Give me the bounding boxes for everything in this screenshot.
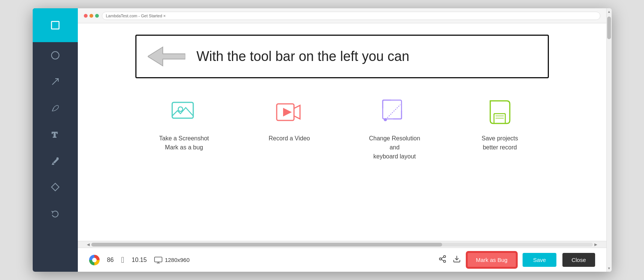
save-icon xyxy=(485,97,515,127)
feature-screenshot-label: Take a Screenshot Mark as a bug xyxy=(159,134,209,152)
close-button[interactable]: Close xyxy=(562,253,595,267)
apple-icon:  xyxy=(121,255,124,265)
svg-marker-7 xyxy=(148,47,185,66)
svg-rect-0 xyxy=(52,21,59,29)
features-row: Take a Screenshot Mark as a bug Record a xyxy=(117,97,568,161)
dot-red xyxy=(84,14,88,18)
feature-resolution-label: Change Resolution and keyboard layout xyxy=(365,134,425,161)
hero-box: With the tool bar on the left you can xyxy=(135,35,549,78)
feature-resolution: Change Resolution and keyboard layout xyxy=(365,97,425,161)
rectangle-tool[interactable] xyxy=(33,12,78,38)
svg-point-27 xyxy=(443,256,445,258)
svg-point-28 xyxy=(439,258,441,260)
h-scroll-track[interactable] xyxy=(91,243,593,247)
vertical-scrollbar[interactable]: ▲ ▼ xyxy=(606,8,612,272)
download-icon[interactable] xyxy=(453,255,461,265)
scroll-left-arrow[interactable]: ◀ xyxy=(85,242,91,247)
svg-rect-12 xyxy=(383,100,402,119)
circle-tool[interactable] xyxy=(33,42,78,68)
footer-info: 86  10.15 1280x960 xyxy=(89,255,431,265)
svg-marker-11 xyxy=(283,108,291,116)
hero-text: With the tool bar on the left you can xyxy=(197,49,409,64)
dot-green xyxy=(95,14,99,18)
browser-url-text: LambdaTest.com - Get Started × xyxy=(106,14,166,18)
os-version: 10.15 xyxy=(132,257,147,263)
svg-point-1 xyxy=(52,52,59,59)
modal-container: T xyxy=(33,8,612,272)
feature-screenshot: Take a Screenshot Mark as a bug xyxy=(154,97,214,152)
video-icon xyxy=(274,97,305,127)
browser-dots xyxy=(84,14,99,18)
svg-rect-24 xyxy=(155,257,162,262)
feature-save: Save projects better record xyxy=(470,97,530,152)
left-toolbar: T xyxy=(33,8,78,272)
monitor-info: 1280x960 xyxy=(154,257,189,263)
diamond-tool[interactable] xyxy=(33,174,78,200)
footer-bar: 86  10.15 1280x960 xyxy=(78,248,606,272)
bucket-tool[interactable] xyxy=(33,148,78,174)
v-scroll-thumb[interactable] xyxy=(607,17,611,39)
resolution-icon xyxy=(380,97,410,127)
arrow-tool[interactable] xyxy=(33,68,78,95)
screenshot-icon xyxy=(169,97,199,127)
svg-point-18 xyxy=(384,118,387,121)
chrome-icon xyxy=(89,255,100,265)
scroll-up-arrow[interactable]: ▲ xyxy=(608,8,611,15)
svg-line-2 xyxy=(52,79,58,85)
svg-line-31 xyxy=(441,257,444,259)
feature-save-label: Save projects better record xyxy=(482,134,518,152)
chrome-version: 86 xyxy=(107,257,114,263)
svg-point-29 xyxy=(443,260,445,263)
svg-line-17 xyxy=(387,105,400,118)
svg-line-30 xyxy=(441,259,444,261)
monitor-icon xyxy=(154,257,162,263)
undo-tool[interactable] xyxy=(33,200,78,227)
footer-actions: Mark as Bug Save Close xyxy=(438,252,595,268)
svg-marker-6 xyxy=(52,183,59,191)
scroll-right-arrow[interactable]: ▶ xyxy=(593,242,599,247)
svg-text:T: T xyxy=(52,130,58,139)
scroll-down-arrow[interactable]: ▼ xyxy=(608,265,611,272)
text-tool[interactable]: T xyxy=(33,121,78,148)
svg-point-9 xyxy=(178,107,183,111)
svg-point-5 xyxy=(57,158,58,159)
h-scroll-thumb[interactable] xyxy=(91,243,442,247)
browser-url-bar: LambdaTest.com - Get Started × xyxy=(102,12,600,20)
content-panel: With the tool bar on the left you can Ta… xyxy=(78,23,606,241)
main-content: LambdaTest.com - Get Started × With the … xyxy=(78,8,606,272)
feature-video: Record a Video xyxy=(259,97,320,143)
save-button[interactable]: Save xyxy=(523,253,556,267)
mark-as-bug-button[interactable]: Mark as Bug xyxy=(467,252,517,268)
horizontal-scrollbar[interactable]: ◀ ▶ xyxy=(78,241,606,248)
dot-yellow xyxy=(89,14,93,18)
hero-arrow-icon xyxy=(148,43,185,70)
toolbar-top xyxy=(33,8,78,42)
feature-video-label: Record a Video xyxy=(269,134,310,143)
share-icon[interactable] xyxy=(438,255,447,265)
browser-bar: LambdaTest.com - Get Started × xyxy=(78,8,606,23)
resolution-text: 1280x960 xyxy=(165,257,189,263)
pen-tool[interactable] xyxy=(33,95,78,121)
